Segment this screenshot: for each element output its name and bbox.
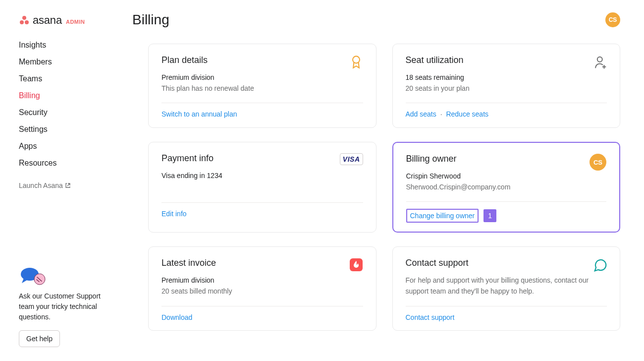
sidebar-nav: Insights Members Teams Billing Security … bbox=[19, 37, 116, 172]
sidebar-item-billing[interactable]: Billing bbox=[19, 87, 116, 104]
sidebar-item-apps[interactable]: Apps bbox=[19, 138, 116, 155]
svg-point-6 bbox=[353, 56, 360, 63]
change-billing-owner-link[interactable]: Change billing owner bbox=[406, 209, 479, 223]
seats-remaining: 18 seats remaining bbox=[406, 72, 607, 83]
card-title: Latest invoice bbox=[161, 258, 216, 268]
support-chat-icon bbox=[19, 266, 46, 284]
svg-point-0 bbox=[22, 16, 26, 20]
card-title: Payment info bbox=[161, 153, 214, 164]
owner-email: Sherwood.Crispin@company.com bbox=[406, 182, 607, 193]
ribbon-icon bbox=[349, 55, 363, 69]
support-block: Ask our Customer Support team your trick… bbox=[19, 266, 116, 347]
card-title: Plan details bbox=[161, 55, 208, 65]
sidebar-item-settings[interactable]: Settings bbox=[19, 121, 116, 138]
get-help-button[interactable]: Get help bbox=[19, 330, 60, 347]
seats-total: 20 seats in your plan bbox=[406, 83, 607, 94]
sidebar-item-insights[interactable]: Insights bbox=[19, 37, 116, 54]
owner-name: Crispin Sherwood bbox=[406, 171, 607, 182]
card-seat-utilization: Seat utilization 18 seats remaining 20 s… bbox=[392, 44, 621, 128]
card-contact-support: Contact support For help and support wit… bbox=[392, 246, 621, 331]
edit-payment-link[interactable]: Edit info bbox=[161, 210, 187, 218]
card-title: Contact support bbox=[406, 258, 469, 268]
billing-grid: Plan details Premium division This plan … bbox=[132, 44, 620, 331]
support-text: Ask our Customer Support team your trick… bbox=[19, 291, 102, 322]
contact-support-link[interactable]: Contact support bbox=[406, 313, 455, 321]
svg-point-1 bbox=[20, 20, 24, 24]
separator: · bbox=[440, 110, 442, 118]
card-plan-details: Plan details Premium division This plan … bbox=[148, 44, 376, 128]
step-badge: 1 bbox=[483, 209, 496, 222]
launch-asana-link[interactable]: Launch Asana bbox=[19, 181, 116, 189]
external-link-icon bbox=[65, 182, 71, 188]
pdf-icon bbox=[349, 258, 363, 272]
support-body: For help and support with your billing q… bbox=[406, 275, 607, 297]
card-title: Billing owner bbox=[406, 154, 457, 164]
logo: asana ADMIN bbox=[19, 14, 116, 27]
page-header: Billing CS bbox=[132, 12, 620, 28]
sidebar-item-security[interactable]: Security bbox=[19, 104, 116, 121]
add-seats-link[interactable]: Add seats bbox=[406, 110, 436, 118]
card-payment-info: Payment info VISA Visa ending in 1234 Ed… bbox=[148, 142, 376, 233]
main-content: Billing CS Plan details Premium division bbox=[116, 0, 644, 361]
card-title: Seat utilization bbox=[406, 55, 464, 65]
person-add-icon bbox=[593, 55, 607, 69]
page-title: Billing bbox=[132, 12, 169, 28]
logo-mark-icon bbox=[19, 15, 30, 26]
sidebar-item-members[interactable]: Members bbox=[19, 54, 116, 70]
svg-point-7 bbox=[597, 57, 602, 62]
user-avatar[interactable]: CS bbox=[605, 12, 620, 27]
card-billing-owner: Billing owner CS Crispin Sherwood Sherwo… bbox=[392, 142, 621, 233]
payment-card-summary: Visa ending in 1234 bbox=[161, 171, 363, 181]
reduce-seats-link[interactable]: Reduce seats bbox=[446, 110, 488, 118]
invoice-seats: 20 seats billed monthly bbox=[161, 286, 363, 297]
sidebar: asana ADMIN Insights Members Teams Billi… bbox=[0, 0, 116, 361]
visa-badge-icon: VISA bbox=[340, 153, 363, 165]
sidebar-item-resources[interactable]: Resources bbox=[19, 155, 116, 172]
sidebar-item-teams[interactable]: Teams bbox=[19, 70, 116, 87]
plan-name: Premium division bbox=[161, 72, 363, 83]
logo-admin-badge: ADMIN bbox=[66, 19, 85, 25]
chat-bubble-icon bbox=[593, 258, 607, 272]
launch-asana-label: Launch Asana bbox=[19, 181, 63, 189]
owner-avatar: CS bbox=[590, 154, 606, 171]
logo-text: asana bbox=[33, 14, 62, 27]
card-latest-invoice: Latest invoice Premium division 20 seats… bbox=[148, 246, 376, 331]
invoice-plan: Premium division bbox=[161, 275, 363, 286]
download-invoice-link[interactable]: Download bbox=[161, 313, 192, 321]
switch-plan-link[interactable]: Switch to an annual plan bbox=[161, 110, 237, 118]
plan-renewal: This plan has no renewal date bbox=[161, 83, 363, 94]
svg-point-2 bbox=[25, 20, 29, 24]
